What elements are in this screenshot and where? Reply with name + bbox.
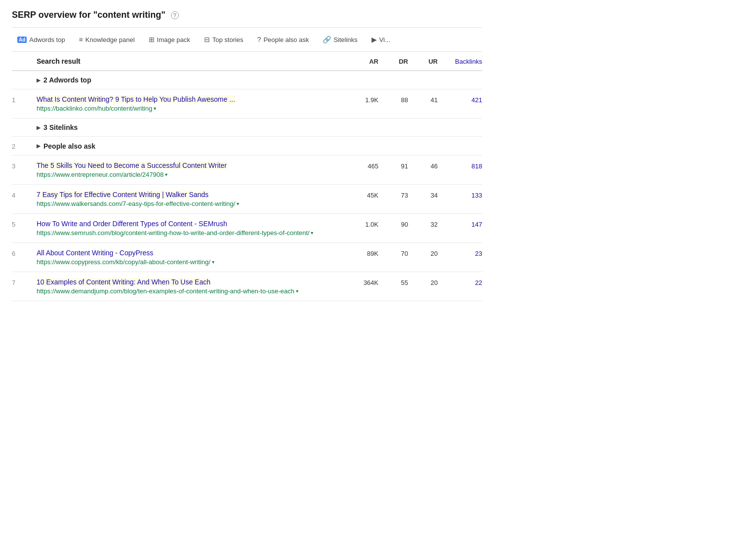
col-backlinks[interactable]: 421 xyxy=(438,95,482,104)
expand-triangle-icon: ▶ xyxy=(37,125,41,130)
col-backlinks[interactable]: 133 xyxy=(438,191,482,199)
table-rows: ▶ 2 Adwords top 1 What Is Content Writin… xyxy=(12,71,482,301)
video-icon: ▶ xyxy=(372,36,377,43)
col-backlinks[interactable]: 22 xyxy=(438,278,482,286)
url-dropdown-arrow-icon[interactable]: ▾ xyxy=(237,201,239,206)
result-title[interactable]: What Is Content Writing? 9 Tips to Help … xyxy=(37,95,344,103)
col-ur: 32 xyxy=(408,220,438,228)
result-url[interactable]: https://backlinko.com/hub/content/writin… xyxy=(37,105,344,112)
row-num: 6 xyxy=(12,249,37,257)
filter-top-stories[interactable]: ⊟ Top stories xyxy=(199,33,249,46)
expandable-row: 2 ▶ People also ask xyxy=(12,137,482,156)
table-row: 7 10 Examples of Content Writing: And Wh… xyxy=(12,272,482,301)
col-ur: 20 xyxy=(408,249,438,257)
row-content: How To Write and Order Different Types o… xyxy=(37,220,344,237)
result-url-text: https://www.entrepreneur.com/article/247… xyxy=(37,171,164,178)
result-url[interactable]: https://www.walkersands.com/7-easy-tips-… xyxy=(37,200,344,207)
url-dropdown-arrow-icon[interactable]: ▾ xyxy=(311,230,313,236)
result-title-text: How To Write and Order Different Types o… xyxy=(37,220,227,228)
result-title[interactable]: The 5 Skills You Need to Become a Succes… xyxy=(37,161,344,169)
result-title-text: 7 Easy Tips for Effective Content Writin… xyxy=(37,191,208,199)
result-title[interactable]: How To Write and Order Different Types o… xyxy=(37,220,344,228)
row-num: 2 xyxy=(12,142,37,150)
filter-label: People also ask xyxy=(263,36,309,43)
filter-people-also-ask[interactable]: ? People also ask xyxy=(252,33,315,46)
sitelinks-icon: 🔗 xyxy=(323,36,331,43)
table-row: 5 How To Write and Order Different Types… xyxy=(12,214,482,243)
col-dr-header: DR xyxy=(378,57,408,65)
filter-sitelinks[interactable]: 🔗 Sitelinks xyxy=(317,33,363,46)
filter-adwords-top[interactable]: Ad Adwords top xyxy=(12,33,71,46)
expand-label: People also ask xyxy=(43,142,95,150)
result-url-text: https://www.demandjump.com/blog/ten-exam… xyxy=(37,287,294,295)
filter-image-pack[interactable]: ⊞ Image pack xyxy=(143,33,196,46)
row-num: 7 xyxy=(12,278,37,286)
help-icon[interactable]: ? xyxy=(171,11,179,19)
image-pack-icon: ⊞ xyxy=(149,36,155,43)
col-dr: 70 xyxy=(378,249,408,257)
col-backlinks[interactable]: 818 xyxy=(438,161,482,170)
result-url[interactable]: https://www.copypress.com/kb/copy/all-ab… xyxy=(37,258,344,266)
url-dropdown-arrow-icon[interactable]: ▾ xyxy=(212,259,214,265)
filter-label: Image pack xyxy=(157,36,190,43)
expand-label: 3 Sitelinks xyxy=(43,123,78,131)
expand-triangle-icon: ▶ xyxy=(37,78,41,83)
col-ar: 45K xyxy=(344,191,378,199)
result-url[interactable]: https://www.entrepreneur.com/article/247… xyxy=(37,171,344,178)
col-dr: 90 xyxy=(378,220,408,228)
col-ar: 364K xyxy=(344,278,378,286)
result-url[interactable]: https://www.demandjump.com/blog/ten-exam… xyxy=(37,287,344,295)
filter-label: Adwords top xyxy=(29,36,65,43)
result-url-text: https://www.semrush.com/blog/content-wri… xyxy=(37,229,309,237)
table-header: Search result AR DR UR Backlinks xyxy=(12,52,482,71)
ad-icon: Ad xyxy=(17,37,27,43)
col-dr: 88 xyxy=(378,95,408,104)
row-num: 4 xyxy=(12,191,37,199)
filter-video[interactable]: ▶ Vi... xyxy=(366,33,396,46)
filter-knowledge-panel[interactable]: ≡ Knowledge panel xyxy=(74,33,140,46)
table-row: 1 What Is Content Writing? 9 Tips to Hel… xyxy=(12,89,482,119)
filter-label: Vi... xyxy=(379,36,390,43)
result-url[interactable]: https://www.semrush.com/blog/content-wri… xyxy=(37,229,344,237)
col-ur: 41 xyxy=(408,95,438,104)
result-url-text: https://www.walkersands.com/7-easy-tips-… xyxy=(37,200,235,207)
page-title: SERP overview for "content writing" ? xyxy=(12,10,482,20)
result-title-text: The 5 Skills You Need to Become a Succes… xyxy=(37,161,227,169)
expand-button[interactable]: ▶ 2 Adwords top xyxy=(37,76,344,84)
expand-button[interactable]: ▶ 3 Sitelinks xyxy=(37,123,344,131)
url-dropdown-arrow-icon[interactable]: ▾ xyxy=(296,288,298,294)
expand-triangle-icon: ▶ xyxy=(37,143,41,149)
filter-label: Knowledge panel xyxy=(85,36,135,43)
url-dropdown-arrow-icon[interactable]: ▾ xyxy=(165,172,167,177)
top-divider xyxy=(12,27,482,28)
col-result-header: Search result xyxy=(37,57,344,65)
row-content: 7 Easy Tips for Effective Content Writin… xyxy=(37,191,344,207)
col-ur: 34 xyxy=(408,191,438,199)
result-title[interactable]: 10 Examples of Content Writing: And When… xyxy=(37,278,344,286)
result-title[interactable]: 7 Easy Tips for Effective Content Writin… xyxy=(37,191,344,199)
expand-button[interactable]: ▶ People also ask xyxy=(37,142,344,150)
row-content: What Is Content Writing? 9 Tips to Help … xyxy=(37,95,344,112)
col-ur-header: UR xyxy=(408,57,438,65)
col-backlinks[interactable]: 23 xyxy=(438,249,482,257)
expandable-row: ▶ 2 Adwords top xyxy=(12,71,482,89)
result-title-text: All About Content Writing - CopyPress xyxy=(37,249,153,257)
table-row: 4 7 Easy Tips for Effective Content Writ… xyxy=(12,185,482,214)
knowledge-panel-icon: ≡ xyxy=(79,36,83,43)
col-ar-header: AR xyxy=(344,57,378,65)
result-url-text: https://www.copypress.com/kb/copy/all-ab… xyxy=(37,258,210,266)
col-ar: 89K xyxy=(344,249,378,257)
row-num: 3 xyxy=(12,161,37,170)
result-title[interactable]: All About Content Writing - CopyPress xyxy=(37,249,344,257)
table-row: 3 The 5 Skills You Need to Become a Succ… xyxy=(12,156,482,185)
col-backlinks[interactable]: 147 xyxy=(438,220,482,228)
col-dr: 55 xyxy=(378,278,408,286)
col-ur: 46 xyxy=(408,161,438,170)
filter-label: Sitelinks xyxy=(333,36,357,43)
row-num: 5 xyxy=(12,220,37,228)
result-url-text: https://backlinko.com/hub/content/writin… xyxy=(37,105,152,112)
row-content: The 5 Skills You Need to Become a Succes… xyxy=(37,161,344,178)
top-stories-icon: ⊟ xyxy=(204,36,210,43)
col-dr: 91 xyxy=(378,161,408,170)
url-dropdown-arrow-icon[interactable]: ▾ xyxy=(154,106,156,111)
